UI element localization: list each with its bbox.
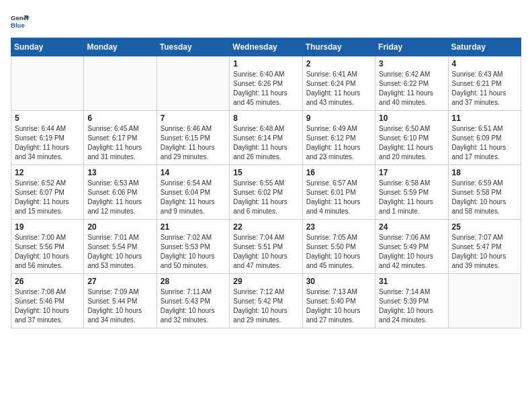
calendar-cell: 19Sunrise: 7:00 AM Sunset: 5:56 PM Dayli… — [11, 220, 84, 274]
calendar-week-row: 26Sunrise: 7:08 AM Sunset: 5:46 PM Dayli… — [11, 274, 521, 328]
calendar-cell: 26Sunrise: 7:08 AM Sunset: 5:46 PM Dayli… — [11, 274, 84, 328]
calendar-cell — [448, 274, 521, 328]
day-number: 9 — [306, 113, 371, 123]
day-number: 22 — [233, 222, 298, 232]
logo-icon: General Blue — [11, 11, 30, 30]
day-info: Sunrise: 7:00 AM Sunset: 5:56 PM Dayligh… — [15, 233, 80, 271]
calendar-cell: 13Sunrise: 6:53 AM Sunset: 6:06 PM Dayli… — [84, 165, 157, 220]
day-info: Sunrise: 6:51 AM Sunset: 6:09 PM Dayligh… — [452, 124, 517, 162]
col-header-saturday: Saturday — [448, 38, 521, 56]
day-number: 24 — [379, 222, 444, 232]
day-info: Sunrise: 7:08 AM Sunset: 5:46 PM Dayligh… — [15, 287, 80, 325]
calendar-week-row: 5Sunrise: 6:44 AM Sunset: 6:19 PM Daylig… — [11, 111, 521, 165]
logo: General Blue — [11, 11, 30, 30]
day-info: Sunrise: 6:52 AM Sunset: 6:07 PM Dayligh… — [15, 179, 80, 216]
day-info: Sunrise: 7:01 AM Sunset: 5:54 PM Dayligh… — [87, 233, 152, 271]
calendar-cell: 28Sunrise: 7:11 AM Sunset: 5:43 PM Dayli… — [157, 274, 229, 328]
day-info: Sunrise: 7:13 AM Sunset: 5:40 PM Dayligh… — [306, 287, 371, 325]
day-info: Sunrise: 7:09 AM Sunset: 5:44 PM Dayligh… — [87, 287, 152, 325]
day-number: 6 — [87, 113, 152, 123]
calendar-cell: 21Sunrise: 7:02 AM Sunset: 5:53 PM Dayli… — [157, 220, 229, 274]
calendar-cell: 29Sunrise: 7:12 AM Sunset: 5:42 PM Dayli… — [230, 274, 302, 328]
calendar-cell: 6Sunrise: 6:45 AM Sunset: 6:17 PM Daylig… — [84, 111, 157, 165]
day-number: 25 — [452, 222, 517, 232]
day-info: Sunrise: 6:54 AM Sunset: 6:04 PM Dayligh… — [161, 179, 226, 216]
calendar-cell: 24Sunrise: 7:06 AM Sunset: 5:49 PM Dayli… — [375, 220, 448, 274]
day-info: Sunrise: 6:40 AM Sunset: 6:26 PM Dayligh… — [233, 70, 298, 107]
calendar-cell: 30Sunrise: 7:13 AM Sunset: 5:40 PM Dayli… — [302, 274, 375, 328]
calendar-cell: 22Sunrise: 7:04 AM Sunset: 5:51 PM Dayli… — [230, 220, 302, 274]
day-number: 8 — [233, 113, 298, 123]
calendar-cell: 5Sunrise: 6:44 AM Sunset: 6:19 PM Daylig… — [11, 111, 84, 165]
calendar-cell: 2Sunrise: 6:41 AM Sunset: 6:24 PM Daylig… — [302, 56, 375, 111]
calendar-table: SundayMondayTuesdayWednesdayThursdayFrid… — [11, 38, 521, 328]
day-info: Sunrise: 7:14 AM Sunset: 5:39 PM Dayligh… — [379, 287, 444, 325]
day-number: 7 — [161, 113, 226, 123]
day-info: Sunrise: 6:48 AM Sunset: 6:14 PM Dayligh… — [233, 124, 298, 162]
day-number: 5 — [15, 113, 80, 123]
day-number: 1 — [233, 59, 298, 68]
calendar-week-row: 12Sunrise: 6:52 AM Sunset: 6:07 PM Dayli… — [11, 165, 521, 220]
calendar-cell: 14Sunrise: 6:54 AM Sunset: 6:04 PM Dayli… — [157, 165, 229, 220]
day-number: 16 — [306, 168, 371, 177]
calendar-header-row: SundayMondayTuesdayWednesdayThursdayFrid… — [11, 38, 521, 56]
calendar-week-row: 19Sunrise: 7:00 AM Sunset: 5:56 PM Dayli… — [11, 220, 521, 274]
day-number: 23 — [306, 222, 371, 232]
day-number: 12 — [15, 168, 80, 177]
col-header-monday: Monday — [84, 38, 157, 56]
calendar-cell: 23Sunrise: 7:05 AM Sunset: 5:50 PM Dayli… — [302, 220, 375, 274]
col-header-wednesday: Wednesday — [230, 38, 302, 56]
calendar-cell: 15Sunrise: 6:55 AM Sunset: 6:02 PM Dayli… — [230, 165, 302, 220]
calendar-cell: 7Sunrise: 6:46 AM Sunset: 6:15 PM Daylig… — [157, 111, 229, 165]
day-number: 15 — [233, 168, 298, 177]
day-info: Sunrise: 7:06 AM Sunset: 5:49 PM Dayligh… — [379, 233, 444, 271]
col-header-friday: Friday — [375, 38, 448, 56]
calendar-cell: 1Sunrise: 6:40 AM Sunset: 6:26 PM Daylig… — [230, 56, 302, 111]
day-number: 10 — [379, 113, 444, 123]
day-number: 26 — [15, 277, 80, 286]
day-info: Sunrise: 7:11 AM Sunset: 5:43 PM Dayligh… — [161, 287, 226, 325]
day-info: Sunrise: 6:41 AM Sunset: 6:24 PM Dayligh… — [306, 70, 371, 107]
day-number: 20 — [87, 222, 152, 232]
day-info: Sunrise: 7:04 AM Sunset: 5:51 PM Dayligh… — [233, 233, 298, 271]
calendar-cell: 3Sunrise: 6:42 AM Sunset: 6:22 PM Daylig… — [375, 56, 448, 111]
day-info: Sunrise: 6:46 AM Sunset: 6:15 PM Dayligh… — [161, 124, 226, 162]
calendar-cell: 17Sunrise: 6:58 AM Sunset: 5:59 PM Dayli… — [375, 165, 448, 220]
day-number: 19 — [15, 222, 80, 232]
calendar-cell: 8Sunrise: 6:48 AM Sunset: 6:14 PM Daylig… — [230, 111, 302, 165]
day-info: Sunrise: 6:43 AM Sunset: 6:21 PM Dayligh… — [452, 70, 517, 107]
day-info: Sunrise: 7:12 AM Sunset: 5:42 PM Dayligh… — [233, 287, 298, 325]
page-header: General Blue — [11, 11, 521, 30]
day-number: 30 — [306, 277, 371, 286]
calendar-cell: 12Sunrise: 6:52 AM Sunset: 6:07 PM Dayli… — [11, 165, 84, 220]
day-info: Sunrise: 6:49 AM Sunset: 6:12 PM Dayligh… — [306, 124, 371, 162]
calendar-cell — [157, 56, 229, 111]
svg-text:Blue: Blue — [11, 21, 25, 29]
calendar-cell — [11, 56, 84, 111]
calendar-cell: 16Sunrise: 6:57 AM Sunset: 6:01 PM Dayli… — [302, 165, 375, 220]
day-info: Sunrise: 7:05 AM Sunset: 5:50 PM Dayligh… — [306, 233, 371, 271]
day-number: 11 — [452, 113, 517, 123]
day-info: Sunrise: 7:02 AM Sunset: 5:53 PM Dayligh… — [161, 233, 226, 271]
day-info: Sunrise: 6:59 AM Sunset: 5:58 PM Dayligh… — [452, 179, 517, 216]
calendar-week-row: 1Sunrise: 6:40 AM Sunset: 6:26 PM Daylig… — [11, 56, 521, 111]
day-info: Sunrise: 6:55 AM Sunset: 6:02 PM Dayligh… — [233, 179, 298, 216]
day-number: 2 — [306, 59, 371, 68]
calendar-cell: 10Sunrise: 6:50 AM Sunset: 6:10 PM Dayli… — [375, 111, 448, 165]
day-info: Sunrise: 6:42 AM Sunset: 6:22 PM Dayligh… — [379, 70, 444, 107]
day-number: 29 — [233, 277, 298, 286]
day-number: 13 — [87, 168, 152, 177]
day-info: Sunrise: 6:50 AM Sunset: 6:10 PM Dayligh… — [379, 124, 444, 162]
day-info: Sunrise: 6:44 AM Sunset: 6:19 PM Dayligh… — [15, 124, 80, 162]
calendar-cell — [84, 56, 157, 111]
calendar-cell: 31Sunrise: 7:14 AM Sunset: 5:39 PM Dayli… — [375, 274, 448, 328]
calendar-cell: 9Sunrise: 6:49 AM Sunset: 6:12 PM Daylig… — [302, 111, 375, 165]
day-info: Sunrise: 6:58 AM Sunset: 5:59 PM Dayligh… — [379, 179, 444, 216]
col-header-tuesday: Tuesday — [157, 38, 229, 56]
calendar-cell: 11Sunrise: 6:51 AM Sunset: 6:09 PM Dayli… — [448, 111, 521, 165]
day-info: Sunrise: 6:45 AM Sunset: 6:17 PM Dayligh… — [87, 124, 152, 162]
day-info: Sunrise: 7:07 AM Sunset: 5:47 PM Dayligh… — [452, 233, 517, 271]
calendar-cell: 25Sunrise: 7:07 AM Sunset: 5:47 PM Dayli… — [448, 220, 521, 274]
day-number: 14 — [161, 168, 226, 177]
day-number: 3 — [379, 59, 444, 68]
